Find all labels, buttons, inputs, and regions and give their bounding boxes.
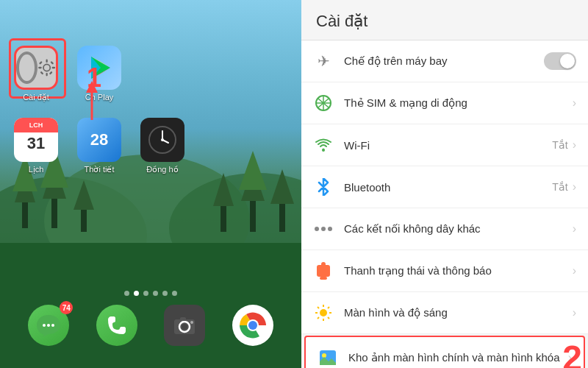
calendar-icon[interactable]: LCH 31 bbox=[14, 118, 58, 162]
brightness-svg bbox=[315, 304, 332, 322]
svg-point-39 bbox=[43, 324, 46, 327]
dot-3 bbox=[143, 291, 148, 296]
svg-line-70 bbox=[318, 317, 319, 319]
brightness-item[interactable]: Màn hình và độ sáng › bbox=[301, 292, 588, 334]
bluetooth-icon bbox=[313, 177, 334, 197]
connections-svg bbox=[314, 224, 333, 234]
svg-point-62 bbox=[320, 309, 327, 316]
connections-label: Các kết nối không dây khác bbox=[344, 222, 573, 236]
wifi-label: Wi-Fi bbox=[344, 139, 552, 152]
settings-panel: Cài đặt ✈ Chế độ trên máy bay Thẻ bbox=[301, 0, 588, 368]
svg-rect-3 bbox=[22, 199, 28, 228]
wifi-svg bbox=[315, 138, 332, 152]
svg-rect-59 bbox=[317, 265, 330, 277]
brightness-icon bbox=[313, 302, 334, 323]
airplane-icon: ✈ bbox=[313, 51, 334, 71]
svg-rect-23 bbox=[51, 67, 55, 68]
notification-chevron: › bbox=[573, 264, 576, 277]
svg-line-68 bbox=[328, 317, 329, 319]
bluetooth-chevron: › bbox=[573, 180, 576, 194]
clock-app[interactable]: Đồng hồ bbox=[137, 118, 188, 174]
annotation-2-text: 2 bbox=[562, 339, 582, 368]
bluetooth-item[interactable]: Bluetooth Tắt › bbox=[301, 166, 588, 208]
bluetooth-value: Tắt bbox=[552, 181, 567, 193]
svg-rect-16 bbox=[279, 200, 285, 232]
svg-rect-45 bbox=[180, 317, 186, 321]
messages-svg bbox=[35, 312, 62, 339]
svg-rect-24 bbox=[39, 61, 43, 65]
svg-point-49 bbox=[248, 321, 257, 330]
weather-app[interactable]: 28 Thời tiết bbox=[74, 118, 125, 174]
toggle-knob bbox=[560, 54, 575, 68]
connections-item[interactable]: Các kết nối không dây khác › bbox=[301, 208, 588, 250]
notification-label: Thanh trạng thái và thông báo bbox=[344, 264, 573, 277]
svg-point-19 bbox=[43, 64, 50, 71]
settings-app[interactable]: Cài đặt bbox=[10, 46, 62, 102]
svg-rect-27 bbox=[49, 71, 52, 75]
svg-point-58 bbox=[328, 227, 332, 231]
airplane-label: Chế độ trên máy bay bbox=[344, 54, 544, 68]
app-row-2: LCH 31 Lịch 28 Thời tiết Đ bbox=[10, 118, 188, 174]
calendar-app[interactable]: LCH 31 Lịch bbox=[10, 118, 62, 174]
airplane-mode-item[interactable]: ✈ Chế độ trên máy bay bbox=[301, 40, 588, 82]
sim-icon bbox=[313, 93, 334, 113]
notification-svg bbox=[315, 262, 331, 280]
svg-point-41 bbox=[51, 324, 54, 327]
messages-badge: 74 bbox=[60, 301, 73, 314]
svg-line-67 bbox=[318, 307, 319, 308]
wallpaper-svg bbox=[319, 350, 337, 366]
phone-app[interactable] bbox=[96, 305, 137, 346]
wifi-value: Tắt bbox=[552, 139, 567, 151]
chrome-app[interactable] bbox=[232, 305, 273, 346]
wallpaper-icon bbox=[318, 347, 338, 368]
dot-6 bbox=[172, 291, 177, 296]
sim-chevron: › bbox=[573, 96, 576, 110]
airplane-toggle[interactable] bbox=[544, 52, 576, 70]
svg-rect-61 bbox=[320, 277, 327, 280]
phone-svg bbox=[105, 314, 129, 337]
dock: 74 bbox=[0, 305, 301, 346]
svg-rect-13 bbox=[250, 197, 256, 232]
camera-icon[interactable] bbox=[164, 305, 205, 346]
dot-2 bbox=[134, 291, 139, 296]
svg-marker-15 bbox=[239, 151, 267, 190]
dot-5 bbox=[162, 291, 168, 296]
connections-chevron: › bbox=[573, 222, 576, 236]
calendar-label: Lịch bbox=[29, 165, 44, 174]
wifi-item[interactable]: Wi-Fi Tắt › bbox=[301, 124, 588, 166]
svg-point-55 bbox=[322, 149, 325, 152]
wifi-chevron: › bbox=[573, 138, 576, 152]
arrow-annotation bbox=[77, 79, 107, 124]
svg-point-38 bbox=[161, 138, 164, 141]
chrome-svg bbox=[238, 311, 268, 340]
annotation-number-2: 2 bbox=[562, 338, 582, 368]
phone-screen: Cài đặt Ch Play 1 LCH 31 bbox=[0, 0, 301, 368]
phone-icon[interactable] bbox=[96, 305, 137, 346]
sim-svg bbox=[315, 95, 331, 111]
sim-item[interactable]: Thẻ SIM & mạng di động › bbox=[301, 82, 588, 124]
settings-icon[interactable] bbox=[14, 46, 58, 90]
svg-rect-60 bbox=[321, 262, 326, 266]
chrome-icon[interactable] bbox=[232, 305, 273, 346]
settings-label: Cài đặt bbox=[23, 93, 49, 102]
notification-item[interactable]: Thanh trạng thái và thông báo › bbox=[301, 250, 588, 292]
messages-app[interactable]: 74 bbox=[28, 305, 69, 346]
svg-point-40 bbox=[47, 324, 50, 327]
clock-label: Đồng hồ bbox=[146, 165, 178, 174]
svg-point-57 bbox=[321, 227, 326, 231]
clock-svg bbox=[146, 124, 179, 156]
connections-icon bbox=[313, 219, 334, 239]
settings-header: Cài đặt bbox=[301, 0, 588, 40]
svg-rect-25 bbox=[50, 61, 54, 65]
camera-app[interactable] bbox=[164, 305, 205, 346]
settings-list: ✈ Chế độ trên máy bay Thẻ SIM & mạng di … bbox=[301, 40, 588, 368]
weather-icon[interactable]: 28 bbox=[77, 118, 121, 162]
wallpaper-item[interactable]: Kho ảnh màn hình chính và màn hình khóa … bbox=[304, 336, 585, 368]
dot-4 bbox=[153, 291, 158, 296]
app-row-1: Cài đặt Ch Play bbox=[10, 46, 125, 102]
svg-rect-11 bbox=[220, 202, 226, 232]
svg-point-46 bbox=[190, 321, 193, 324]
svg-point-56 bbox=[315, 227, 319, 231]
clock-icon[interactable] bbox=[140, 118, 184, 162]
wifi-icon bbox=[313, 135, 334, 155]
